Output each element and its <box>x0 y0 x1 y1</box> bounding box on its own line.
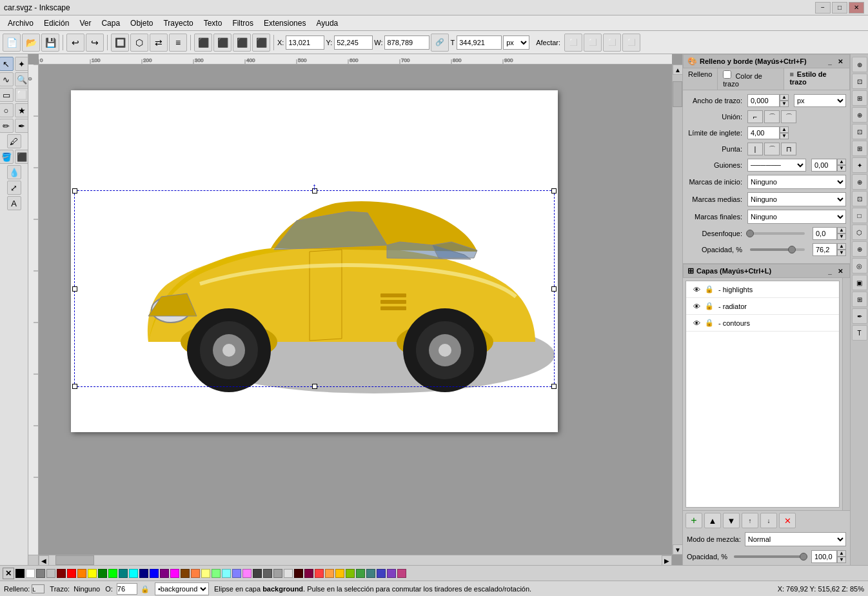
color-fuchsia[interactable] <box>170 569 179 578</box>
color-cyan-light[interactable] <box>222 569 231 578</box>
color-lime[interactable] <box>108 569 117 578</box>
menu-archivo[interactable]: Archivo <box>3 17 39 29</box>
scrollbar-horizontal[interactable]: ◀ ▶ <box>39 555 672 565</box>
color-cyan[interactable] <box>129 569 138 578</box>
snap-btn4[interactable]: ⊕ <box>852 107 867 123</box>
color-purple[interactable] <box>160 569 169 578</box>
color-salmon[interactable] <box>191 569 200 578</box>
blur-spinner[interactable]: ▲ ▼ <box>813 227 846 240</box>
color-black[interactable] <box>15 569 25 578</box>
layers-opacity-slider[interactable] <box>734 551 805 562</box>
menu-trayecto[interactable]: Trayecto <box>158 17 198 29</box>
color-navy[interactable] <box>139 569 148 578</box>
snap-btn7[interactable]: ✦ <box>852 157 867 173</box>
opacity-s-input[interactable] <box>117 583 137 595</box>
afectar-btn2[interactable]: ⬜ <box>584 34 602 52</box>
scroll-right-button[interactable]: ▶ <box>662 555 672 565</box>
dropper-tool[interactable]: 💧 <box>7 165 21 179</box>
menu-ver[interactable]: Ver <box>74 17 96 29</box>
align-left-button[interactable]: ⬛ <box>194 34 212 52</box>
save-button[interactable]: 💾 <box>41 34 59 52</box>
tab-stroke-style[interactable]: ≡ Estilo de trazo <box>784 68 850 90</box>
blur-input[interactable] <box>813 227 837 240</box>
snap-btn10[interactable]: □ <box>852 208 867 223</box>
no-color-button[interactable]: ✕ <box>3 568 14 579</box>
select-tool[interactable]: ↖ <box>0 57 14 71</box>
undo-button[interactable]: ↩ <box>66 34 84 52</box>
scroll-track-h[interactable] <box>49 555 662 565</box>
layers-opacity-up[interactable]: ▲ <box>837 550 846 557</box>
snap-btn5[interactable]: ⊡ <box>852 124 867 139</box>
join-miter[interactable]: ⌐ <box>747 110 763 123</box>
transform-button[interactable]: ⇄ <box>150 34 168 52</box>
tab-stroke-color[interactable]: Color de trazo <box>718 68 784 90</box>
color-white[interactable] <box>26 569 35 578</box>
layers-opacity-down[interactable]: ▼ <box>837 557 846 563</box>
afectar-btn1[interactable]: ⬜ <box>564 34 582 52</box>
miter-arrows[interactable]: ▲ ▼ <box>780 126 789 139</box>
color-blue[interactable] <box>150 569 159 578</box>
opacity-spinner[interactable]: ▲ ▼ <box>813 243 846 256</box>
blend-mode-select[interactable]: Normal Multiply Screen <box>745 532 846 546</box>
color-green2[interactable] <box>356 569 365 578</box>
snap-btn1[interactable]: ⊕ <box>852 57 867 72</box>
opacity-slider[interactable] <box>750 244 805 255</box>
calligraphy-tool[interactable]: 🖊 <box>7 134 21 148</box>
layer-select[interactable]: •background <box>155 582 209 595</box>
color-green-light[interactable] <box>212 569 221 578</box>
color-blue-light[interactable] <box>232 569 241 578</box>
layer-item-radiator[interactable]: 👁 🔒 - radiator <box>686 298 839 315</box>
dash-arrows[interactable]: ▲ ▼ <box>837 159 846 172</box>
layers-panel-close[interactable]: ✕ <box>835 266 845 276</box>
h-input[interactable] <box>457 35 502 50</box>
snap-btn8[interactable]: ⊕ <box>852 174 867 190</box>
stroke-color-checkbox[interactable] <box>723 70 731 79</box>
layers-opacity-thumb[interactable] <box>800 553 807 561</box>
pen-tool[interactable]: ✒ <box>15 119 29 133</box>
open-button[interactable]: 📂 <box>22 34 40 52</box>
start-mark-select[interactable]: Ninguno <box>747 175 846 189</box>
canvas-area[interactable]: ↕ <box>39 65 672 555</box>
stroke-width-spinner[interactable]: ▲ ▼ <box>747 94 789 107</box>
cap-butt[interactable]: | <box>747 143 763 155</box>
menu-texto[interactable]: Texto <box>199 17 228 29</box>
w-input[interactable] <box>384 35 429 50</box>
tweak-tool[interactable]: ∿ <box>0 72 14 86</box>
delete-layer-button[interactable]: ✕ <box>779 513 796 528</box>
scroll-left-button[interactable]: ◀ <box>39 555 49 565</box>
layer-item-contours[interactable]: 👁 🔒 - contours <box>686 315 839 332</box>
scroll-track-v[interactable] <box>673 75 682 544</box>
menu-ayuda[interactable]: Ayuda <box>311 17 343 29</box>
layers-opacity-input[interactable] <box>811 550 837 563</box>
menu-capa[interactable]: Capa <box>96 17 125 29</box>
fill-panel-min[interactable]: _ <box>825 56 835 66</box>
scrollbar-vertical[interactable]: ▲ ▼ <box>672 65 682 555</box>
opacity-input[interactable] <box>813 243 837 256</box>
align-right-button[interactable]: ⬛ <box>233 34 251 52</box>
layers-panel-min[interactable]: _ <box>825 266 835 276</box>
layer-lock-radiator[interactable]: 🔒 <box>703 300 716 313</box>
x-input[interactable] <box>286 35 324 50</box>
color-maroon[interactable] <box>57 569 66 578</box>
scroll-down-button[interactable]: ▼ <box>673 544 682 555</box>
color-teal2[interactable] <box>366 569 375 578</box>
stroke-unit-select[interactable]: px mm pt <box>794 94 846 107</box>
layer-lock-highlights[interactable]: 🔒 <box>703 283 716 296</box>
end-mark-select[interactable]: Ninguno <box>747 210 846 224</box>
dash-offset-input[interactable] <box>811 159 837 172</box>
color-brown[interactable] <box>181 569 190 578</box>
lock-aspect-button[interactable]: 🔗 <box>431 34 449 52</box>
menu-extensiones[interactable]: Extensiones <box>259 17 311 29</box>
node-button[interactable]: ⬡ <box>130 34 148 52</box>
cap-round[interactable]: ⌒ <box>764 143 780 155</box>
mid-mark-select[interactable]: Ninguno <box>747 192 846 206</box>
stroke-width-arrows[interactable]: ▲ ▼ <box>780 94 789 107</box>
maximize-button[interactable]: □ <box>832 2 847 14</box>
color-gray3[interactable] <box>273 569 282 578</box>
align-center-button[interactable]: ⬛ <box>213 34 232 52</box>
move-object-up-button[interactable]: ↑ <box>742 513 758 528</box>
zoom-select-button[interactable]: 🔲 <box>111 34 129 52</box>
circle-tool[interactable]: ○ <box>0 103 14 117</box>
color-darkred[interactable] <box>294 569 303 578</box>
3d-box-tool[interactable]: ⬜ <box>15 88 29 102</box>
